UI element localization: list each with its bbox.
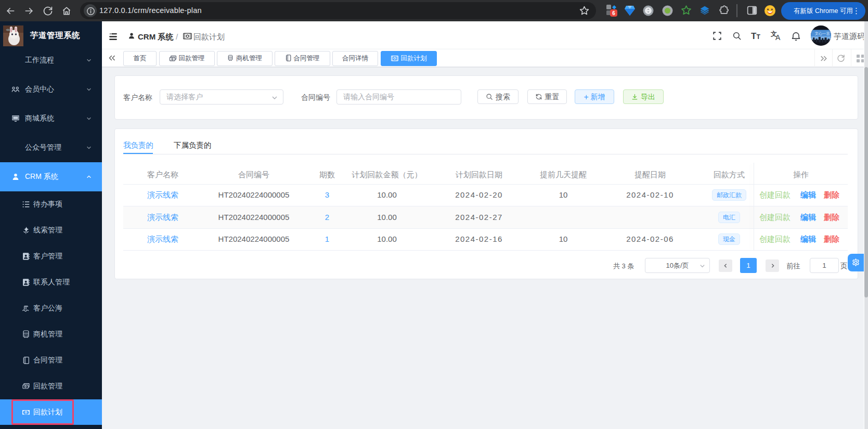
svg-text:文心一言: 文心一言 bbox=[814, 31, 830, 36]
svg-text:6: 6 bbox=[612, 10, 615, 16]
